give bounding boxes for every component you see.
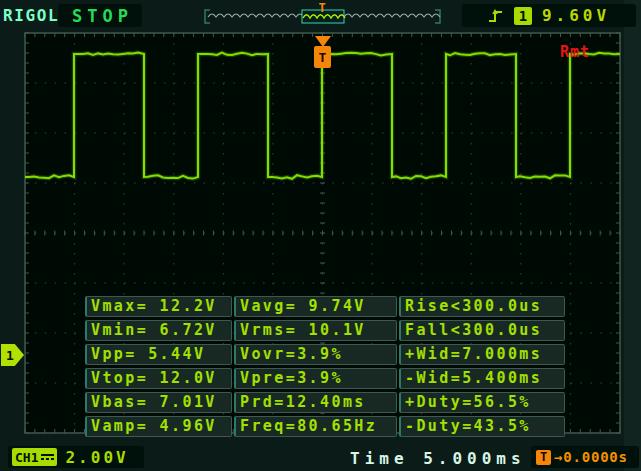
measurement-nduty: -Duty=43.5% (399, 416, 565, 437)
acquisition-status-badge: STOP (58, 4, 142, 27)
horizontal-position-strip[interactable]: T (205, 1, 440, 23)
measurement-vmin: Vmin= 6.72V (85, 320, 232, 341)
measurement-vpp: Vpp= 5.44V (85, 344, 232, 365)
channel-1-badge: CH1 (12, 448, 57, 466)
trigger-source-badge: 1 (514, 7, 532, 25)
measurement-rise: Rise<300.0us (399, 296, 565, 317)
measurement-vpre: Vpre=3.9% (234, 368, 397, 389)
trigger-position-marker[interactable]: T (314, 36, 331, 68)
oscilloscope-screen: T RIGOL STOP 1 9.60V Rmt T 1 Vmax= 12.2V… (0, 0, 641, 471)
measurement-vmax: Vmax= 12.2V (85, 296, 232, 317)
trigger-info-box: 1 9.60V (462, 4, 636, 27)
channel-1-badge-label: CH1 (15, 450, 38, 465)
measurement-vtop: Vtop= 12.0V (85, 368, 232, 389)
measurement-vrms: Vrms= 10.1V (234, 320, 397, 341)
brand-logo: RIGOL (3, 6, 59, 25)
trigger-offset-box: T →0.0000s (531, 446, 639, 468)
channel-1-settings-box: CH1 2.00V (8, 446, 144, 468)
measurement-fall: Fall<300.0us (399, 320, 565, 341)
measurement-vamp: Vamp= 4.96V (85, 416, 232, 437)
measurement-freq: Freq=80.65Hz (234, 416, 397, 437)
measurement-vovr: Vovr=3.9% (234, 344, 397, 365)
measurement-nwid: -Wid=5.400ms (399, 368, 565, 389)
timebase-label: Time 5.000ms (350, 449, 526, 468)
trigger-level-value: 9.60V (542, 6, 610, 25)
dc-coupling-icon (41, 454, 54, 460)
channel-1-marker-label: 1 (1, 348, 14, 363)
rising-edge-icon (488, 7, 504, 24)
volts-per-div-value: 2.00V (65, 448, 128, 467)
trigger-marker-label: T (319, 50, 327, 65)
measurement-pwid: +Wid=7.000ms (399, 344, 565, 365)
trigger-offset-value: →0.0000s (554, 449, 628, 465)
remote-indicator: Rmt (560, 43, 590, 61)
measurement-prd: Prd=12.40ms (234, 392, 397, 413)
bezel-right (624, 0, 641, 471)
measurement-pduty: +Duty=56.5% (399, 392, 565, 413)
acquisition-status-label: STOP (67, 6, 133, 26)
trigger-offset-t-icon: T (536, 450, 551, 465)
measurement-vavg: Vavg= 9.74V (234, 296, 397, 317)
hpos-trigger-marker: T (318, 1, 325, 15)
measurement-vbas: Vbas= 7.01V (85, 392, 232, 413)
